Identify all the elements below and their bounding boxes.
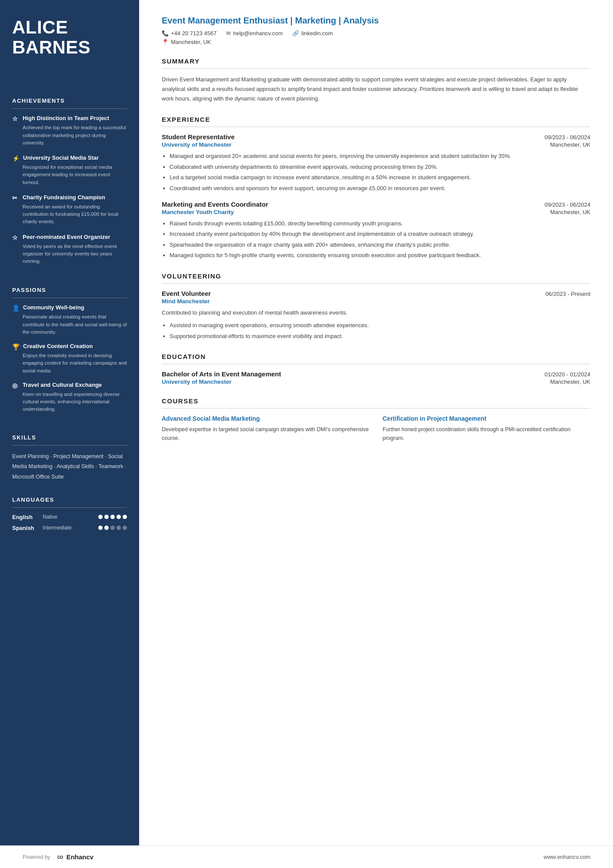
passion-icon: 👤: [12, 305, 20, 312]
main-content: Event Management Enthusiast | Marketing …: [139, 0, 613, 845]
passion-title: 🏆 Creative Content Creation: [12, 343, 127, 350]
edu-degree: Bachelor of Arts in Event Management: [162, 370, 281, 378]
lang-dot: [117, 515, 121, 519]
lang-name: English: [12, 514, 43, 520]
courses-divider: [162, 408, 590, 409]
exp-bullet: Raised funds through events totalling £1…: [170, 219, 590, 228]
passion-desc: Keen on travelling and experiencing dive…: [12, 391, 127, 413]
experience-item: Marketing and Events Coordinator 09/2023…: [162, 201, 590, 260]
achievement-title: ☆ Peer-nominated Event Organizer: [12, 234, 127, 241]
achievement-item: ⚡ University Social Media Star Recognize…: [12, 154, 127, 186]
location-row: 📍 Manchester, UK: [162, 39, 590, 45]
exp-bullet: Coordinated with vendors and sponsors fo…: [170, 184, 590, 193]
edu-location: Manchester, UK: [550, 379, 591, 385]
achievement-title: ⚡ University Social Media Star: [12, 154, 127, 162]
vol-bullet: Supported promotional efforts to maximiz…: [170, 332, 590, 341]
lang-level: Native: [43, 514, 98, 520]
vol-title: Event Volunteer: [162, 290, 211, 297]
achievement-desc: Recognized for exceptional social media …: [12, 164, 127, 186]
vol-intro: Contributed to planning and execution of…: [162, 308, 590, 317]
education-item: Bachelor of Arts in Event Management 01/…: [162, 370, 590, 385]
edu-date: 01/2020 - 01/2024: [544, 371, 590, 378]
achievement-title-text: High Distinction in Team Project: [23, 115, 109, 121]
achievement-title: ✂ Charity Fundraising Champion: [12, 194, 127, 201]
content-header: Event Management Enthusiast | Marketing …: [162, 16, 590, 45]
experience-item: Student Representative 09/2023 - 06/2024…: [162, 133, 590, 193]
lang-dot: [110, 526, 115, 530]
achievement-item: ☆ Peer-nominated Event Organizer Voted b…: [12, 234, 127, 265]
passion-desc: Passionate about creating events that co…: [12, 313, 127, 336]
education-section-title: EDUCATION: [162, 353, 590, 360]
achievement-desc: Achieved the top mark for leading a succ…: [12, 124, 127, 147]
lang-dot: [123, 526, 127, 530]
passions-list: 👤 Community Well-being Passionate about …: [12, 304, 127, 420]
footer-brand: Enhancv: [67, 853, 94, 861]
passion-title-text: Travel and Cultural Exchange: [23, 382, 102, 388]
phone-text: +44 20 7123 4567: [171, 30, 217, 37]
exp-bullets: Raised funds through events totalling £1…: [170, 219, 590, 260]
lang-dots: [98, 515, 127, 519]
exp-header: Marketing and Events Coordinator 09/2023…: [162, 201, 590, 208]
email-text: help@enhancv.com: [233, 30, 283, 37]
passion-item: 🏆 Creative Content Creation Enjoys the c…: [12, 343, 127, 375]
skills-title: SKILLS: [12, 434, 127, 441]
exp-bullets: Managed and organised 20+ academic and s…: [170, 151, 590, 193]
education-divider: [162, 364, 590, 364]
course-desc: Further honed project coordination skill…: [383, 425, 590, 442]
exp-bullet: Increased charity event participation by…: [170, 229, 590, 238]
achievement-desc: Received an award for outstanding contri…: [12, 203, 127, 226]
passion-icon: 🏆: [12, 343, 20, 350]
lang-dot: [117, 526, 121, 530]
achievement-title: ☆ High Distinction in Team Project: [12, 115, 127, 122]
edu-org-row: University of Manchester Manchester, UK: [162, 379, 590, 385]
passion-title: ◎ Travel and Cultural Exchange: [12, 382, 127, 389]
exp-header: Student Representative 09/2023 - 06/2024: [162, 133, 590, 141]
volunteering-divider: [162, 283, 590, 284]
location-text: Manchester, UK: [171, 39, 211, 45]
achievement-icon: ✂: [12, 194, 19, 201]
language-row: English Native: [12, 514, 127, 520]
volunteering-section-title: VOLUNTEERING: [162, 272, 590, 280]
lang-dot: [98, 526, 103, 530]
achievement-icon: ☆: [12, 115, 19, 122]
achievement-title-text: Charity Fundraising Champion: [23, 194, 105, 201]
achievement-desc: Voted by peers as the most effective eve…: [12, 243, 127, 265]
lang-level: Intermediate: [43, 525, 98, 531]
phone-icon: 📞: [162, 30, 169, 37]
email-icon: ✉: [226, 30, 231, 37]
achievement-title-text: Peer-nominated Event Organizer: [23, 234, 110, 240]
experience-divider: [162, 127, 590, 127]
passion-icon: ◎: [12, 382, 19, 389]
volunteering-list: Event Volunteer 06/2023 - Present Mind M…: [162, 290, 590, 341]
skills-divider: [12, 445, 127, 446]
summary-divider: [162, 68, 590, 69]
exp-location: Manchester, UK: [550, 209, 591, 215]
vol-bullet: Assisted in managing event operations, e…: [170, 321, 590, 330]
exp-bullet: Managed logistics for 5 high-profile cha…: [170, 251, 590, 260]
summary-text: Driven Event Management and Marketing gr…: [162, 75, 590, 104]
achievement-icon: ☆: [12, 234, 19, 241]
lang-dot: [104, 526, 109, 530]
course-title: Certification in Project Management: [383, 415, 590, 423]
passions-title: PASSIONS: [12, 287, 127, 293]
lang-dots: [98, 526, 127, 530]
enhancv-logo-icon: ∞: [57, 852, 63, 862]
lang-dot: [110, 515, 115, 519]
sidebar: ALICE BARNES ACHIEVEMENTS ☆ High Distinc…: [0, 0, 139, 845]
vol-org-name: Mind Manchester: [162, 298, 210, 305]
exp-bullet: Collaborated with university departments…: [170, 162, 590, 171]
lang-dot: [123, 515, 127, 519]
vol-org-row: Mind Manchester: [162, 298, 590, 305]
language-row: Spanish Intermediate: [12, 525, 127, 531]
exp-org-name: Manchester Youth Charity: [162, 209, 234, 215]
achievement-title-text: University Social Media Star: [23, 154, 99, 161]
exp-org-row: Manchester Youth Charity Manchester, UK: [162, 209, 590, 215]
exp-date: 09/2023 - 06/2024: [544, 201, 590, 208]
lang-dot: [98, 515, 103, 519]
vol-bullets: Assisted in managing event operations, e…: [170, 321, 590, 341]
languages-title: LANGUAGES: [12, 496, 127, 503]
exp-bullet: Managed and organised 20+ academic and s…: [170, 151, 590, 161]
volunteering-item: Event Volunteer 06/2023 - Present Mind M…: [162, 290, 590, 341]
candidate-name: ALICE BARNES: [12, 17, 127, 57]
footer-left: Powered by ∞ Enhancv: [23, 852, 93, 862]
